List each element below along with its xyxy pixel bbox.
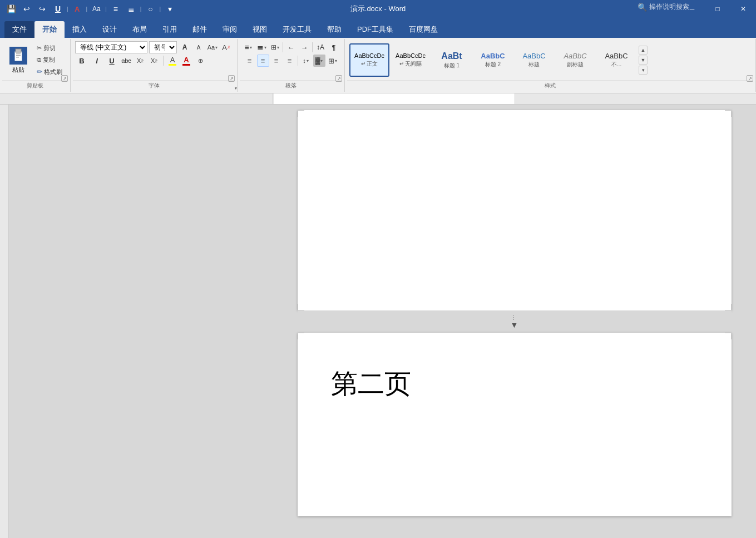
sort-button[interactable]: ↕A: [314, 41, 327, 53]
tab-home[interactable]: 开始: [34, 21, 65, 38]
tab-view[interactable]: 视图: [245, 21, 275, 38]
font-name-select[interactable]: 等线 (中文正文): [75, 41, 147, 53]
justify-button[interactable]: ≡: [284, 55, 296, 67]
subscript-button[interactable]: X2: [134, 55, 146, 67]
tab-baidu[interactable]: 百度网盘: [401, 21, 446, 38]
left-panel: [0, 105, 273, 538]
font-color-button-qa[interactable]: A: [71, 2, 84, 16]
cut-button[interactable]: ✂ 剪切: [34, 43, 65, 53]
divider4: [298, 56, 298, 66]
page1-content[interactable]: [298, 110, 732, 266]
grow-font-button[interactable]: A: [179, 41, 191, 53]
page-gap-arrows[interactable]: ⋮ ▼: [511, 314, 518, 329]
tab-design[interactable]: 设计: [95, 21, 125, 38]
styles-expand-button[interactable]: ↗: [747, 75, 753, 82]
redo-button[interactable]: ↪: [36, 2, 49, 16]
shading-button[interactable]: ▓▾: [313, 55, 325, 67]
clear-format-button[interactable]: A✗: [220, 41, 233, 53]
align-left-button[interactable]: ≡: [244, 55, 256, 67]
font-expand-button[interactable]: ↗: [228, 75, 235, 82]
styles-scroll-down[interactable]: ▼: [639, 56, 648, 65]
styles-content: AaBbCcDc ↵ 正文 AaBbCcDc ↵ 无间隔 AaBt 标题 1 A…: [347, 40, 753, 80]
bullets-button-qa[interactable]: ≡: [109, 2, 122, 16]
gap-arrow-down: ▼: [511, 320, 518, 329]
page-2[interactable]: 第二页: [298, 333, 732, 516]
shrink-font-button[interactable]: A: [192, 41, 205, 53]
font-color-button[interactable]: A: [180, 55, 192, 67]
svg-rect-3: [16, 55, 21, 56]
page2-title[interactable]: 第二页: [331, 366, 698, 402]
multilevel-list-button[interactable]: ⊞▾: [269, 41, 281, 53]
main-area: ⋮ ▼ 第二页: [0, 105, 756, 538]
clipboard-right: ✂ 剪切 ⧉ 复制 ✏ 格式刷: [33, 41, 66, 79]
style-subtitle[interactable]: AaBbC 副标题: [555, 43, 595, 77]
ruler: [0, 93, 756, 105]
increase-indent-button[interactable]: →: [298, 41, 310, 53]
more-font-button[interactable]: ⊕: [194, 55, 206, 67]
ruler-left: [0, 93, 273, 104]
underline-format-button[interactable]: U: [51, 2, 65, 16]
paragraph-expand-button[interactable]: ↗: [335, 75, 342, 82]
show-formatting-button[interactable]: ¶: [328, 41, 340, 53]
underline-button[interactable]: U ▾: [105, 55, 118, 67]
tab-references[interactable]: 引用: [155, 21, 185, 38]
customize-qa-button[interactable]: ▾: [163, 2, 176, 16]
line-spacing-button[interactable]: ↕▾: [300, 55, 312, 67]
styles-scroll-up[interactable]: ▲: [639, 46, 648, 55]
decrease-indent-button[interactable]: ←: [285, 41, 297, 53]
strikethrough-button[interactable]: abc: [120, 55, 132, 67]
circle-button-qa[interactable]: ○: [144, 2, 157, 16]
bullets-button[interactable]: ≡▾: [242, 41, 254, 53]
align-center-button[interactable]: ≡: [257, 55, 269, 67]
aa-button-qa[interactable]: Aa: [90, 2, 103, 16]
clipboard-group: 粘贴 ✂ 剪切 ⧉ 复制 ✏ 格式刷 剪贴板 ↗: [0, 39, 71, 92]
change-case-button[interactable]: Aa▾: [206, 41, 219, 53]
tab-file[interactable]: 文件: [4, 21, 34, 38]
paste-button[interactable]: 粘贴: [4, 41, 32, 79]
tab-insert[interactable]: 插入: [65, 21, 95, 38]
tab-help[interactable]: 帮助: [319, 21, 349, 38]
page-gap: ⋮ ▼: [298, 310, 732, 333]
font-row1: 等线 (中文正文) 初号 A A Aa▾ A✗: [75, 41, 233, 53]
superscript-button[interactable]: X2: [148, 55, 160, 67]
style-title[interactable]: AaBbC 标题: [514, 43, 554, 77]
align-right-button[interactable]: ≡: [270, 55, 283, 67]
tab-review[interactable]: 审阅: [215, 21, 245, 38]
style-no-spacing[interactable]: AaBbCcDc ↵ 无间隔: [391, 43, 431, 77]
style-heading1[interactable]: AaBt 标题 1: [432, 43, 472, 77]
tab-dev[interactable]: 开发工具: [275, 21, 319, 38]
corner-tr-page2: [725, 333, 732, 339]
minimize-button[interactable]: ─: [679, 0, 705, 18]
clipboard-label: 剪贴板: [2, 80, 68, 91]
style-more-name: 不...: [611, 61, 621, 68]
page2-content[interactable]: 第二页: [298, 333, 732, 424]
text-highlight-button[interactable]: A: [166, 55, 179, 67]
borders-button[interactable]: ⊞▾: [327, 55, 339, 67]
svg-rect-2: [16, 53, 21, 55]
format-painter-icon: ✏: [37, 68, 42, 76]
corner-bl-page1: [298, 304, 304, 310]
numbering-button[interactable]: ≣▾: [255, 41, 268, 53]
undo-button[interactable]: ↩: [20, 2, 33, 16]
copy-button[interactable]: ⧉ 复制: [34, 55, 65, 65]
bold-button[interactable]: B: [75, 55, 88, 67]
page-1[interactable]: [298, 110, 732, 310]
document-area[interactable]: ⋮ ▼ 第二页: [273, 105, 756, 538]
style-more[interactable]: AaBbC 不...: [596, 43, 636, 77]
clipboard-expand-button[interactable]: ↗: [61, 75, 68, 82]
tab-pdf[interactable]: PDF工具集: [349, 21, 401, 38]
style-normal[interactable]: AaBbCcDc ↵ 正文: [349, 43, 389, 77]
paragraph-group: ≡▾ ≣▾ ⊞▾ ← → ↕A ¶ ≡ ≡ ≡ ≡ ↕▾ ▓▾: [238, 39, 345, 92]
tab-layout[interactable]: 布局: [125, 21, 155, 38]
close-button[interactable]: ✕: [730, 0, 756, 18]
numbering-button-qa[interactable]: ≣: [125, 2, 138, 16]
styles-expand[interactable]: ▾: [639, 66, 648, 75]
save-button[interactable]: 💾: [4, 2, 18, 16]
font-size-select[interactable]: 初号: [149, 41, 177, 53]
italic-button[interactable]: I: [90, 55, 103, 67]
tab-mail[interactable]: 邮件: [185, 21, 215, 38]
format-painter-button[interactable]: ✏ 格式刷: [34, 67, 65, 77]
style-no-spacing-preview: AaBbCcDc: [396, 52, 426, 60]
style-heading2[interactable]: AaBbC 标题 2: [473, 43, 513, 77]
maximize-button[interactable]: □: [705, 0, 730, 18]
